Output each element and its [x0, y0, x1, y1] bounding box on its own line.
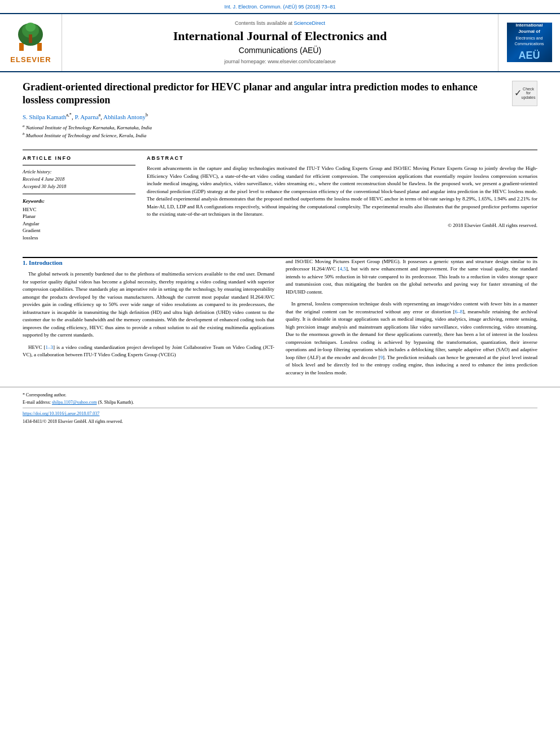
received-date: Received 4 June 2018	[23, 176, 135, 183]
col2-para2: In general, lossless compression techniq…	[286, 300, 537, 377]
article-title-text: Gradient-oriented directional predictor …	[23, 81, 504, 144]
article-authors: S. Shilpa Kamatha,*, P. Aparnaa, Abhilas…	[23, 112, 504, 121]
footer-notes: * Corresponding author. E-mail address: …	[0, 387, 560, 425]
affiliations: a National Institute of Technology Karna…	[23, 124, 504, 139]
col1-para2: HEVC [1–3] is a video coding standardiza…	[23, 344, 274, 359]
journal-title-line2: Communications (AEÜ)	[239, 45, 321, 56]
journal-ref: Int. J. Electron. Commun. (AEÜ) 95 (2018…	[224, 4, 335, 10]
keywords-section: Keywords: HEVC Planar Angular Gradient l…	[23, 198, 135, 242]
doi-line: https://doi.org/10.1016/j.aeue.2018.07.0…	[23, 410, 537, 417]
article-title: Gradient-oriented directional predictor …	[23, 81, 504, 107]
check-for-updates-badge: ✓ Check for updates	[512, 81, 537, 106]
body-right-column: and ISO/IEC Moving Pictures Expert Group…	[286, 258, 537, 382]
page: Int. J. Electron. Commun. (AEÜ) 95 (2018…	[0, 0, 560, 747]
affiliation-b: b Muthoot Institute of Technology and Sc…	[23, 132, 504, 139]
abstract-section: ABSTRACT Recent advancements in the capt…	[147, 155, 537, 242]
footnote-email: E-mail address: shilpa.1107@yahoo.com (S…	[23, 399, 537, 405]
body-columns: 1. Introduction The global network is pr…	[0, 258, 560, 382]
affiliation-a: a National Institute of Technology Karna…	[23, 124, 504, 132]
sciencedirect-text: Contents lists available at ScienceDirec…	[235, 20, 325, 27]
footnote-star: * Corresponding author.	[23, 392, 537, 398]
abstract-text: Recent advancements in the capture and d…	[147, 165, 537, 219]
col1-para1: The global network is presently burdened…	[23, 270, 274, 339]
article-info-abstract: ARTICLE INFO Article history: Received 4…	[23, 155, 537, 242]
elsevier-tree-icon	[14, 20, 47, 51]
aeu-logo-section: International Journal of Electronics and…	[498, 14, 560, 71]
section-1-heading: 1. Introduction	[23, 258, 274, 268]
author-2: P. Aparna	[75, 113, 98, 120]
email-link[interactable]: shilpa.1107@yahoo.com	[52, 400, 97, 405]
sciencedirect-link[interactable]: ScienceDirect	[294, 20, 326, 26]
doi-link[interactable]: https://doi.org/10.1016/j.aeue.2018.07.0…	[23, 411, 99, 416]
keyword-gradient: Gradient	[23, 227, 135, 234]
ref-1-3-link[interactable]: 1–3	[46, 344, 54, 350]
svg-point-4	[25, 23, 36, 32]
body-left-column: 1. Introduction The global network is pr…	[23, 258, 274, 382]
copyright-line: © 2018 Elsevier GmbH. All rights reserve…	[147, 222, 537, 229]
issn-line: 1434-8411/© 2018 Elsevier GmbH. All righ…	[23, 418, 537, 425]
elsevier-logo: ELSEVIER	[10, 20, 51, 65]
col2-para1: and ISO/IEC Moving Pictures Expert Group…	[286, 258, 537, 296]
elsevier-label: ELSEVIER	[10, 55, 51, 65]
journal-title-line1: International Journal of Electronics and	[173, 29, 387, 43]
article-title-section: Gradient-oriented directional predictor …	[23, 81, 537, 144]
title-divider	[23, 150, 537, 150]
author-3: Abhilash Antony	[103, 113, 146, 120]
svg-rect-0	[19, 43, 24, 51]
journal-title-section: Contents lists available at ScienceDirec…	[62, 14, 498, 71]
keyword-angular: Angular	[23, 220, 135, 228]
keyword-lossless: lossless	[23, 234, 135, 242]
svg-rect-5	[29, 34, 32, 43]
accepted-date: Accepted 30 July 2018	[23, 184, 135, 190]
keywords-label: Keywords:	[23, 198, 135, 205]
svg-rect-1	[37, 43, 42, 51]
author-1: S. Shilpa Kamath	[23, 113, 66, 120]
abstract-header: ABSTRACT	[147, 155, 537, 162]
article-info: ARTICLE INFO Article history: Received 4…	[23, 155, 135, 242]
history-label: Article history:	[23, 169, 135, 176]
article-history: Article history: Received 4 June 2018 Ac…	[23, 169, 135, 190]
journal-header: ELSEVIER Contents lists available at Sci…	[0, 13, 560, 72]
article-info-header: ARTICLE INFO	[23, 155, 135, 162]
ref-6-8-link[interactable]: 6–8	[455, 309, 463, 314]
keyword-hevc: HEVC	[23, 206, 135, 213]
elsevier-logo-section: ELSEVIER	[0, 14, 62, 71]
article-content: Gradient-oriented directional predictor …	[0, 72, 560, 257]
ref-9-link[interactable]: 9	[380, 355, 383, 360]
journal-homepage: journal homepage: www.elsevier.com/locat…	[224, 58, 336, 65]
journal-ref-bar: Int. J. Electron. Commun. (AEÜ) 95 (2018…	[0, 0, 560, 12]
keyword-planar: Planar	[23, 213, 135, 220]
ref-4-5-link[interactable]: 4,5	[340, 266, 346, 272]
aeu-logo: International Journal of Electronics and…	[507, 23, 552, 62]
